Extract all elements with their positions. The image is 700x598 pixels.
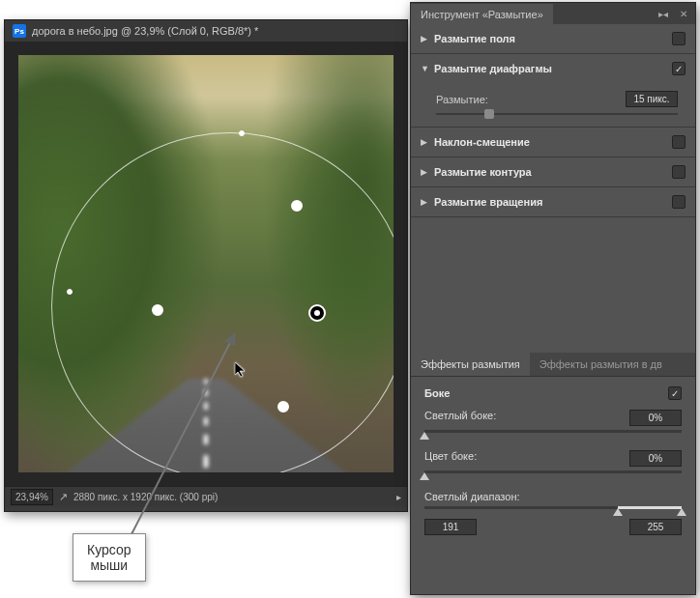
color-bokeh-value[interactable]: 0% (629, 450, 682, 467)
light-bokeh-value[interactable]: 0% (629, 410, 682, 426)
document-statusbar: 23,94% ↗ 2880 пикс. x 1920 пикс. (300 pp… (5, 486, 407, 507)
range-low-thumb[interactable] (613, 508, 623, 516)
section-title: Размытие поля (434, 33, 672, 44)
share-icon[interactable]: ↗ (59, 491, 68, 503)
chevron-right-icon: ▶ (421, 197, 430, 207)
blur-value-field[interactable]: 15 пикс. (626, 91, 678, 107)
range-high-value[interactable]: 255 (629, 519, 682, 535)
section-head-path[interactable]: ▶ Размытие контура (411, 157, 695, 186)
effects-body: Боке Светлый боке: 0% Цвет боке: 0% Све (411, 377, 695, 562)
slider-thumb[interactable] (420, 472, 429, 480)
iris-outer-ellipse[interactable] (51, 132, 394, 472)
enable-checkbox[interactable] (672, 62, 685, 75)
blur-label: Размытие: (436, 94, 488, 105)
range-low-value[interactable]: 191 (424, 519, 477, 535)
document-dimensions: 2880 пикс. x 1920 пикс. (300 ppi) (73, 492, 218, 502)
color-bokeh-row: Цвет боке: 0% (424, 450, 682, 473)
bokeh-enable-checkbox[interactable] (668, 386, 682, 400)
document-title: дорога в небо.jpg @ 23,9% (Слой 0, RGB/8… (32, 25, 258, 37)
feather-handle-3[interactable] (277, 401, 289, 413)
canvas-area[interactable] (5, 42, 407, 486)
callout-line2: мыши (87, 557, 131, 573)
feather-handle-2[interactable] (152, 304, 163, 316)
color-bokeh-slider[interactable] (424, 470, 682, 473)
panel-tab[interactable]: Инструмент «Размытие» (411, 4, 553, 25)
slider-thumb[interactable] (484, 109, 494, 119)
photo-preview[interactable] (18, 55, 394, 472)
ellipse-handle-left[interactable] (67, 289, 73, 295)
blur-center-pin[interactable] (308, 304, 326, 322)
section-title: Размытие диафрагмы (434, 63, 672, 74)
section-title: Размытие контура (434, 166, 672, 178)
section-iris-blur: ▼ Размытие диафрагмы Размытие: 15 пикс. (411, 54, 695, 128)
section-head-spin[interactable]: ▶ Размытие вращения (411, 187, 695, 216)
section-tilt-shift: ▶ Наклон-смещение (411, 128, 695, 157)
light-bokeh-row: Светлый боке: 0% (424, 410, 682, 433)
chevron-right-icon: ▶ (421, 167, 430, 177)
chevron-right-icon: ▶ (421, 137, 430, 147)
close-icon[interactable]: ✕ (676, 7, 691, 21)
blur-slider[interactable] (436, 113, 678, 115)
effects-tabs: Эффекты размытия Эффекты размытия в дв (411, 353, 695, 377)
feather-handle-1[interactable] (291, 200, 303, 212)
range-high-thumb[interactable] (677, 508, 686, 516)
collapse-icon[interactable]: ▸◂ (655, 7, 672, 21)
document-titlebar[interactable]: Ps дорога в небо.jpg @ 23,9% (Слой 0, RG… (5, 20, 407, 42)
enable-checkbox[interactable] (672, 32, 685, 45)
section-title: Наклон-смещение (434, 136, 672, 148)
document-window: Ps дорога в небо.jpg @ 23,9% (Слой 0, RG… (4, 19, 408, 512)
section-head-tilt[interactable]: ▶ Наклон-смещение (411, 128, 695, 157)
section-spin-blur: ▶ Размытие вращения (411, 187, 695, 217)
slider-thumb[interactable] (420, 432, 429, 440)
panel-header[interactable]: Инструмент «Размытие» ▸◂ ✕ (411, 3, 695, 24)
section-path-blur: ▶ Размытие контура (411, 157, 695, 187)
svg-marker-0 (235, 362, 245, 377)
light-range-label: Светлый диапазон: (424, 491, 520, 502)
callout-line1: Курсор (87, 542, 131, 557)
light-bokeh-label: Светлый боке: (424, 410, 496, 426)
chevron-down-icon: ▼ (421, 64, 430, 73)
photoshop-icon: Ps (13, 24, 26, 38)
enable-checkbox[interactable] (672, 165, 685, 179)
section-title: Размытие вращения (434, 196, 672, 208)
status-chevron-icon[interactable]: ▸ (396, 492, 401, 502)
color-bokeh-label: Цвет боке: (424, 450, 477, 467)
blur-tools-panel: Инструмент «Размытие» ▸◂ ✕ ▶ Размытие по… (410, 2, 696, 595)
section-head-iris[interactable]: ▼ Размытие диафрагмы (411, 54, 695, 83)
bokeh-title: Боке (424, 387, 668, 399)
tab-blur-effects[interactable]: Эффекты размытия (411, 353, 530, 376)
enable-checkbox[interactable] (672, 195, 685, 209)
ellipse-handle-top[interactable] (239, 130, 245, 136)
tab-motion-effects[interactable]: Эффекты размытия в дв (530, 353, 672, 376)
cursor-icon (235, 362, 250, 381)
light-range-slider[interactable] (424, 506, 682, 509)
light-range-row: Светлый диапазон: 191 255 (424, 491, 682, 535)
callout-label: Курсор мыши (73, 533, 146, 582)
chevron-right-icon: ▶ (421, 34, 430, 43)
zoom-field[interactable]: 23,94% (11, 489, 53, 505)
light-bokeh-slider[interactable] (424, 430, 682, 433)
enable-checkbox[interactable] (672, 135, 685, 149)
section-field-blur: ▶ Размытие поля (411, 24, 695, 54)
section-head-field[interactable]: ▶ Размытие поля (411, 24, 695, 53)
